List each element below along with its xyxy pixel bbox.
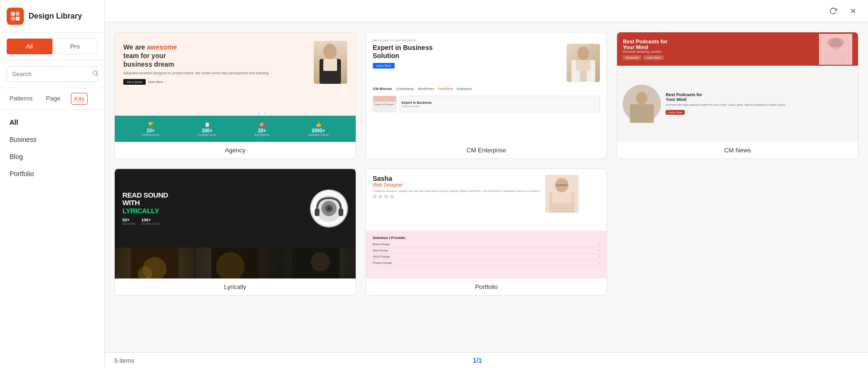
- agency-text: We are awesometeam for yourbusiness drea…: [123, 41, 309, 107]
- category-item-portfolio[interactable]: Portfolio: [0, 165, 104, 182]
- svg-rect-1: [16, 12, 20, 16]
- template-card-enterprise[interactable]: WELCOME TO ENTERPRISE Expert in Business…: [366, 32, 608, 159]
- lyrically-label: Lyrically: [115, 278, 356, 295]
- svg-rect-0: [11, 12, 15, 16]
- svg-rect-10: [323, 59, 337, 71]
- news-label: CM News: [617, 142, 858, 159]
- app-logo: [7, 8, 24, 25]
- template-card-agency[interactable]: We are awesometeam for yourbusiness drea…: [114, 32, 356, 159]
- enterprise-label: CM Enterprise: [366, 142, 607, 159]
- top-bar: [105, 0, 868, 22]
- svg-rect-13: [576, 60, 590, 70]
- svg-rect-27: [315, 209, 319, 216]
- svg-rect-40: [556, 184, 568, 186]
- svg-rect-41: [550, 202, 574, 213]
- view-tabs: Patterns Page Kits: [0, 88, 104, 110]
- sidebar-header: Design Library: [0, 0, 104, 33]
- svg-point-20: [636, 92, 648, 104]
- tab-patterns[interactable]: Patterns: [7, 93, 35, 105]
- app-title: Design Library: [29, 12, 82, 20]
- lyrically-preview: READ SOUNDWITHLYRICALLY 50+ REVIEWS 106+…: [115, 169, 356, 278]
- svg-point-26: [328, 207, 330, 210]
- category-item-blog[interactable]: Blog: [0, 148, 104, 165]
- svg-line-5: [97, 75, 98, 76]
- footer: 5 items 1/1: [105, 352, 868, 368]
- svg-rect-21: [630, 104, 654, 123]
- tab-page[interactable]: Page: [43, 93, 63, 105]
- portfolio-preview: Sasha Web Designer Freelance designer cr…: [366, 169, 607, 278]
- svg-rect-2: [11, 17, 15, 20]
- template-card-news[interactable]: Best Podcasts forYour Mind Discover amaz…: [617, 32, 858, 159]
- pagination: 1/1: [473, 357, 482, 364]
- search-input[interactable]: [12, 70, 92, 78]
- svg-point-18: [827, 38, 844, 47]
- main-content: We are awesometeam for yourbusiness drea…: [105, 0, 868, 368]
- portfolio-label: Portfolio: [366, 278, 607, 295]
- agency-label: Agency: [115, 142, 356, 159]
- category-list: All Business Blog Portfolio: [0, 110, 104, 368]
- category-item-business[interactable]: Business: [0, 131, 104, 148]
- tab-kits[interactable]: Kits: [71, 93, 88, 105]
- search-icon: [92, 70, 99, 78]
- svg-point-11: [578, 47, 589, 60]
- enterprise-preview: WELCOME TO ENTERPRISE Expert in Business…: [366, 32, 607, 142]
- agency-person-image: [314, 41, 347, 84]
- search-box: [7, 66, 98, 82]
- items-count: 5 items: [114, 357, 134, 364]
- agency-preview: We are awesometeam for yourbusiness drea…: [115, 32, 356, 142]
- filter-tab-pro[interactable]: Pro: [52, 39, 98, 54]
- search-container: [0, 60, 104, 88]
- template-grid: We are awesometeam for yourbusiness drea…: [105, 22, 868, 352]
- svg-rect-14: [580, 70, 587, 82]
- filter-tab-all[interactable]: All: [7, 39, 52, 54]
- svg-rect-17: [825, 50, 847, 65]
- close-button[interactable]: [846, 4, 860, 18]
- svg-point-4: [93, 71, 97, 75]
- news-preview: Best Podcasts forYour Mind Discover amaz…: [617, 32, 858, 142]
- svg-rect-28: [339, 209, 343, 216]
- filter-tabs: All Pro: [0, 33, 104, 60]
- svg-rect-3: [16, 17, 20, 20]
- svg-point-35: [311, 252, 330, 271]
- template-card-lyrically[interactable]: READ SOUNDWITHLYRICALLY 50+ REVIEWS 106+…: [114, 169, 356, 296]
- refresh-button[interactable]: [826, 4, 840, 18]
- sidebar: Design Library All Pro Patterns Page Kit…: [0, 0, 105, 368]
- category-item-all[interactable]: All: [0, 114, 104, 131]
- template-card-portfolio[interactable]: Sasha Web Designer Freelance designer cr…: [366, 169, 608, 296]
- svg-point-8: [323, 44, 337, 59]
